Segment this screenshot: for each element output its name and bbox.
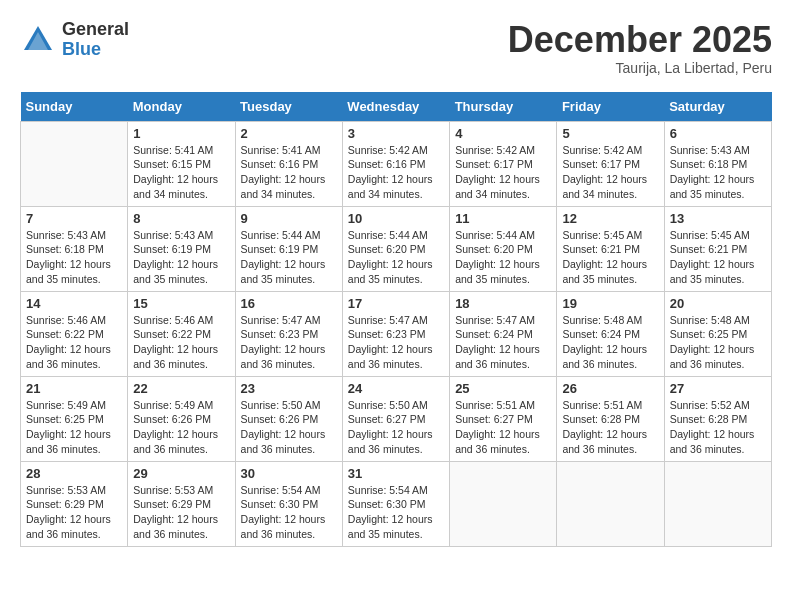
title-block: December 2025 Taurija, La Libertad, Peru — [508, 20, 772, 76]
calendar-cell — [557, 461, 664, 546]
calendar-cell — [450, 461, 557, 546]
sun-info: Sunrise: 5:53 AMSunset: 6:29 PMDaylight:… — [133, 483, 229, 542]
month-title: December 2025 — [508, 20, 772, 60]
logo-icon — [20, 22, 56, 58]
day-number: 29 — [133, 466, 229, 481]
calendar-cell — [664, 461, 771, 546]
day-number: 25 — [455, 381, 551, 396]
day-number: 26 — [562, 381, 658, 396]
sun-info: Sunrise: 5:47 AMSunset: 6:24 PMDaylight:… — [455, 313, 551, 372]
sun-info: Sunrise: 5:49 AMSunset: 6:26 PMDaylight:… — [133, 398, 229, 457]
calendar-cell: 13Sunrise: 5:45 AMSunset: 6:21 PMDayligh… — [664, 206, 771, 291]
sun-info: Sunrise: 5:44 AMSunset: 6:20 PMDaylight:… — [348, 228, 444, 287]
calendar-cell: 12Sunrise: 5:45 AMSunset: 6:21 PMDayligh… — [557, 206, 664, 291]
day-number: 30 — [241, 466, 337, 481]
day-number: 6 — [670, 126, 766, 141]
sun-info: Sunrise: 5:47 AMSunset: 6:23 PMDaylight:… — [241, 313, 337, 372]
day-number: 15 — [133, 296, 229, 311]
sun-info: Sunrise: 5:48 AMSunset: 6:25 PMDaylight:… — [670, 313, 766, 372]
sun-info: Sunrise: 5:42 AMSunset: 6:16 PMDaylight:… — [348, 143, 444, 202]
day-number: 31 — [348, 466, 444, 481]
calendar-cell: 20Sunrise: 5:48 AMSunset: 6:25 PMDayligh… — [664, 291, 771, 376]
day-number: 22 — [133, 381, 229, 396]
day-number: 9 — [241, 211, 337, 226]
calendar-cell: 25Sunrise: 5:51 AMSunset: 6:27 PMDayligh… — [450, 376, 557, 461]
calendar-cell: 24Sunrise: 5:50 AMSunset: 6:27 PMDayligh… — [342, 376, 449, 461]
calendar-cell: 29Sunrise: 5:53 AMSunset: 6:29 PMDayligh… — [128, 461, 235, 546]
calendar-week-row: 28Sunrise: 5:53 AMSunset: 6:29 PMDayligh… — [21, 461, 772, 546]
location: Taurija, La Libertad, Peru — [508, 60, 772, 76]
day-number: 1 — [133, 126, 229, 141]
logo-blue: Blue — [62, 40, 129, 60]
calendar-cell: 14Sunrise: 5:46 AMSunset: 6:22 PMDayligh… — [21, 291, 128, 376]
day-number: 18 — [455, 296, 551, 311]
sun-info: Sunrise: 5:42 AMSunset: 6:17 PMDaylight:… — [562, 143, 658, 202]
calendar-cell: 4Sunrise: 5:42 AMSunset: 6:17 PMDaylight… — [450, 121, 557, 206]
sun-info: Sunrise: 5:47 AMSunset: 6:23 PMDaylight:… — [348, 313, 444, 372]
calendar-cell: 22Sunrise: 5:49 AMSunset: 6:26 PMDayligh… — [128, 376, 235, 461]
day-number: 21 — [26, 381, 122, 396]
calendar-cell: 1Sunrise: 5:41 AMSunset: 6:15 PMDaylight… — [128, 121, 235, 206]
weekday-header: Monday — [128, 92, 235, 122]
sun-info: Sunrise: 5:42 AMSunset: 6:17 PMDaylight:… — [455, 143, 551, 202]
weekday-header: Sunday — [21, 92, 128, 122]
calendar-cell: 8Sunrise: 5:43 AMSunset: 6:19 PMDaylight… — [128, 206, 235, 291]
calendar-cell: 26Sunrise: 5:51 AMSunset: 6:28 PMDayligh… — [557, 376, 664, 461]
sun-info: Sunrise: 5:50 AMSunset: 6:26 PMDaylight:… — [241, 398, 337, 457]
day-number: 24 — [348, 381, 444, 396]
calendar-table: SundayMondayTuesdayWednesdayThursdayFrid… — [20, 92, 772, 547]
day-number: 20 — [670, 296, 766, 311]
calendar-cell — [21, 121, 128, 206]
sun-info: Sunrise: 5:52 AMSunset: 6:28 PMDaylight:… — [670, 398, 766, 457]
calendar-cell: 18Sunrise: 5:47 AMSunset: 6:24 PMDayligh… — [450, 291, 557, 376]
calendar-week-row: 1Sunrise: 5:41 AMSunset: 6:15 PMDaylight… — [21, 121, 772, 206]
logo: General Blue — [20, 20, 129, 60]
day-number: 28 — [26, 466, 122, 481]
weekday-header: Saturday — [664, 92, 771, 122]
sun-info: Sunrise: 5:54 AMSunset: 6:30 PMDaylight:… — [241, 483, 337, 542]
calendar-week-row: 21Sunrise: 5:49 AMSunset: 6:25 PMDayligh… — [21, 376, 772, 461]
sun-info: Sunrise: 5:43 AMSunset: 6:18 PMDaylight:… — [670, 143, 766, 202]
sun-info: Sunrise: 5:46 AMSunset: 6:22 PMDaylight:… — [26, 313, 122, 372]
sun-info: Sunrise: 5:53 AMSunset: 6:29 PMDaylight:… — [26, 483, 122, 542]
day-number: 7 — [26, 211, 122, 226]
calendar-cell: 17Sunrise: 5:47 AMSunset: 6:23 PMDayligh… — [342, 291, 449, 376]
day-number: 3 — [348, 126, 444, 141]
weekday-header: Tuesday — [235, 92, 342, 122]
day-number: 12 — [562, 211, 658, 226]
weekday-header: Wednesday — [342, 92, 449, 122]
sun-info: Sunrise: 5:44 AMSunset: 6:19 PMDaylight:… — [241, 228, 337, 287]
sun-info: Sunrise: 5:48 AMSunset: 6:24 PMDaylight:… — [562, 313, 658, 372]
calendar-cell: 7Sunrise: 5:43 AMSunset: 6:18 PMDaylight… — [21, 206, 128, 291]
page-header: General Blue December 2025 Taurija, La L… — [20, 20, 772, 76]
day-number: 5 — [562, 126, 658, 141]
calendar-cell: 19Sunrise: 5:48 AMSunset: 6:24 PMDayligh… — [557, 291, 664, 376]
sun-info: Sunrise: 5:49 AMSunset: 6:25 PMDaylight:… — [26, 398, 122, 457]
weekday-header: Thursday — [450, 92, 557, 122]
day-number: 14 — [26, 296, 122, 311]
sun-info: Sunrise: 5:43 AMSunset: 6:19 PMDaylight:… — [133, 228, 229, 287]
calendar-cell: 3Sunrise: 5:42 AMSunset: 6:16 PMDaylight… — [342, 121, 449, 206]
calendar-cell: 31Sunrise: 5:54 AMSunset: 6:30 PMDayligh… — [342, 461, 449, 546]
calendar-cell: 16Sunrise: 5:47 AMSunset: 6:23 PMDayligh… — [235, 291, 342, 376]
calendar-header-row: SundayMondayTuesdayWednesdayThursdayFrid… — [21, 92, 772, 122]
day-number: 4 — [455, 126, 551, 141]
day-number: 2 — [241, 126, 337, 141]
calendar-cell: 30Sunrise: 5:54 AMSunset: 6:30 PMDayligh… — [235, 461, 342, 546]
calendar-cell: 21Sunrise: 5:49 AMSunset: 6:25 PMDayligh… — [21, 376, 128, 461]
calendar-cell: 5Sunrise: 5:42 AMSunset: 6:17 PMDaylight… — [557, 121, 664, 206]
day-number: 13 — [670, 211, 766, 226]
sun-info: Sunrise: 5:51 AMSunset: 6:27 PMDaylight:… — [455, 398, 551, 457]
logo-general: General — [62, 20, 129, 40]
sun-info: Sunrise: 5:41 AMSunset: 6:16 PMDaylight:… — [241, 143, 337, 202]
sun-info: Sunrise: 5:41 AMSunset: 6:15 PMDaylight:… — [133, 143, 229, 202]
day-number: 27 — [670, 381, 766, 396]
sun-info: Sunrise: 5:43 AMSunset: 6:18 PMDaylight:… — [26, 228, 122, 287]
calendar-cell: 2Sunrise: 5:41 AMSunset: 6:16 PMDaylight… — [235, 121, 342, 206]
calendar-cell: 28Sunrise: 5:53 AMSunset: 6:29 PMDayligh… — [21, 461, 128, 546]
sun-info: Sunrise: 5:46 AMSunset: 6:22 PMDaylight:… — [133, 313, 229, 372]
day-number: 11 — [455, 211, 551, 226]
calendar-cell: 10Sunrise: 5:44 AMSunset: 6:20 PMDayligh… — [342, 206, 449, 291]
day-number: 23 — [241, 381, 337, 396]
weekday-header: Friday — [557, 92, 664, 122]
